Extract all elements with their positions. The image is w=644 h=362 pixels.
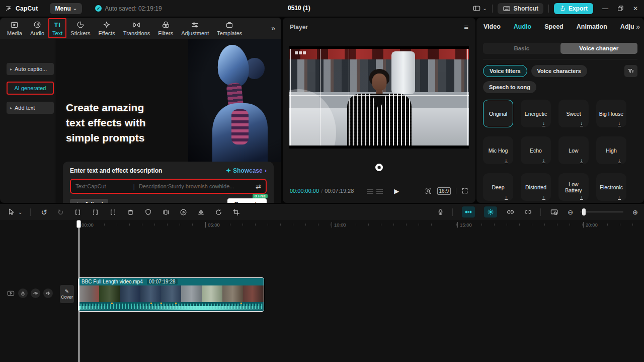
select-tool[interactable] <box>7 208 15 216</box>
voice-filter-energetic[interactable]: Energetic↓ <box>521 100 551 127</box>
voice-filter-low-battery[interactable]: Low Battery↓ <box>558 173 589 201</box>
tab-speed[interactable]: Speed <box>544 23 564 30</box>
shortcut-button[interactable]: Shortcut <box>498 3 543 14</box>
delete-button[interactable] <box>127 208 134 216</box>
filter-sort-button[interactable] <box>624 65 637 77</box>
voice-filter-distorted[interactable]: Distorted↓ <box>521 173 551 201</box>
voice-characters-pill[interactable]: Voice characters <box>531 65 587 77</box>
tab-audio[interactable]: Audio <box>514 23 531 30</box>
zoom-in-button[interactable]: ⊕ <box>632 208 638 216</box>
free-dot-icon <box>255 195 257 197</box>
tab-stickers[interactable]: Stickers <box>66 18 94 38</box>
voice-filter-electronic[interactable]: Electronic↓ <box>596 173 626 201</box>
input-divider: | <box>133 183 135 190</box>
video-clip[interactable]: BBC Full Length video.mp4 00:07:19:28 <box>78 277 264 312</box>
link-button[interactable] <box>506 208 515 215</box>
tab-adjustment-truncated[interactable]: Adju <box>620 23 634 30</box>
rotate-button[interactable] <box>215 208 222 216</box>
top-bar: CapCut Menu ⌄ ✓ Auto saved: 02:19:19 051… <box>0 0 644 17</box>
magnetic-snap-toggle[interactable] <box>462 206 475 218</box>
voice-filters-pill[interactable]: Voice filters <box>483 65 527 77</box>
close-button[interactable]: ✕ <box>633 5 638 12</box>
rotate-handle[interactable] <box>375 164 383 171</box>
tab-overflow-button[interactable]: » <box>636 23 640 31</box>
tab-text[interactable]: TI Text <box>48 18 66 38</box>
basic-tab[interactable]: Basic <box>483 43 560 54</box>
preview-axis-button[interactable] <box>550 208 558 216</box>
speed-button[interactable] <box>180 208 187 216</box>
voice-filter-sweet[interactable]: Sweet↓ <box>558 100 589 127</box>
tab-audio[interactable]: Audio <box>26 18 48 38</box>
voice-changer-tab[interactable]: Voice changer <box>560 43 638 54</box>
adjust-button[interactable]: Adjust <box>70 199 108 203</box>
lock-track-button[interactable] <box>18 288 28 298</box>
layout-toggle-button[interactable]: ⌄ <box>472 4 487 13</box>
mask-button[interactable] <box>144 208 152 216</box>
templates-icon <box>225 21 233 29</box>
record-voiceover-button[interactable] <box>437 208 444 216</box>
select-tool-dropdown[interactable]: ⌄ <box>18 209 22 215</box>
voice-filter-echo[interactable]: Echo↓ <box>521 136 551 164</box>
tab-adjustment[interactable]: Adjustment <box>177 18 213 38</box>
timeline-ruler[interactable]: 00:00 05:00 10:00 15:00 20:00 <box>0 220 644 231</box>
play-button[interactable]: ▶ <box>394 187 399 195</box>
playhead-line[interactable] <box>78 220 79 362</box>
redo-button[interactable]: ↻ <box>57 208 64 216</box>
fullscreen-icon[interactable] <box>461 187 468 194</box>
split-left-icon <box>92 208 99 216</box>
delete-left-button[interactable] <box>92 208 99 216</box>
preview-quality-icon[interactable] <box>425 187 432 195</box>
tab-video[interactable]: Video <box>484 23 501 30</box>
undo-button[interactable]: ↺ <box>41 208 47 216</box>
tab-transitions[interactable]: Transitions <box>119 18 154 38</box>
video-preview[interactable] <box>289 46 469 149</box>
next-frame-icon[interactable] <box>376 188 383 194</box>
delete-right-button[interactable] <box>109 208 117 216</box>
zoom-slider-knob[interactable] <box>582 208 586 215</box>
sidebar-item-add-text[interactable]: ▸ Add text <box>7 102 54 114</box>
sidebar-item-auto-captions[interactable]: ▸ Auto captio... <box>7 63 54 75</box>
tab-templates[interactable]: Templates <box>213 18 246 38</box>
aspect-ratio-button[interactable]: 16:9 <box>437 187 451 195</box>
tab-media[interactable]: Media <box>3 18 26 38</box>
maximize-button[interactable] <box>617 5 624 12</box>
lock-icon <box>20 291 26 296</box>
voice-filter-mic-hog[interactable]: Mic Hog↓ <box>483 136 513 164</box>
capcut-logo-text: CapCut <box>16 5 38 12</box>
overlay-button[interactable] <box>162 208 170 216</box>
zoom-out-button[interactable]: ⊖ <box>568 208 573 216</box>
mute-track-button[interactable] <box>43 288 53 298</box>
text-effect-card: Enter text and effect description ✦ Show… <box>63 162 274 203</box>
previous-frame-icon[interactable] <box>367 188 373 194</box>
tab-overflow-button[interactable]: » <box>271 24 275 32</box>
timeline-zoom-slider[interactable] <box>580 211 623 212</box>
crop-button[interactable] <box>232 208 240 216</box>
menu-button[interactable]: Menu ⌄ <box>50 3 82 14</box>
player-menu-icon[interactable]: ≡ <box>464 23 468 31</box>
tab-filters[interactable]: Filters <box>154 18 177 38</box>
hide-track-button[interactable] <box>31 288 40 298</box>
split-button[interactable] <box>74 208 82 216</box>
tab-animation[interactable]: Animation <box>577 23 607 30</box>
export-button[interactable]: Export <box>554 3 593 14</box>
voice-filter-deep[interactable]: Deep↓ <box>483 173 513 201</box>
mirror-button[interactable] <box>197 208 205 216</box>
generate-button[interactable]: Generate <box>227 198 267 203</box>
shuffle-icon[interactable]: ⇄ <box>256 183 261 190</box>
link-icon <box>506 208 515 215</box>
sidebar-item-ai-generated[interactable]: AI generated <box>7 82 54 95</box>
unlink-button[interactable] <box>524 208 532 215</box>
text-effect-input[interactable]: Text:CapCut | Description:Sturdy brownis… <box>70 179 267 194</box>
speech-to-song-pill[interactable]: Speech to song <box>483 81 536 93</box>
playhead-handle[interactable] <box>76 220 81 228</box>
auto-align-toggle[interactable] <box>484 206 497 218</box>
voice-filter-high[interactable]: High↓ <box>596 136 626 164</box>
voice-filter-low[interactable]: Low↓ <box>558 136 589 164</box>
minimize-button[interactable]: — <box>602 5 608 12</box>
tab-effects[interactable]: Effects <box>94 18 119 38</box>
cover-button[interactable]: ✎ Cover <box>60 285 74 303</box>
showcase-link[interactable]: ✦ Showcase › <box>226 167 267 174</box>
voice-filter-big-house[interactable]: Big House↓ <box>596 100 626 127</box>
voice-filter-original[interactable]: Original <box>483 100 513 127</box>
unlink-icon <box>524 208 532 215</box>
